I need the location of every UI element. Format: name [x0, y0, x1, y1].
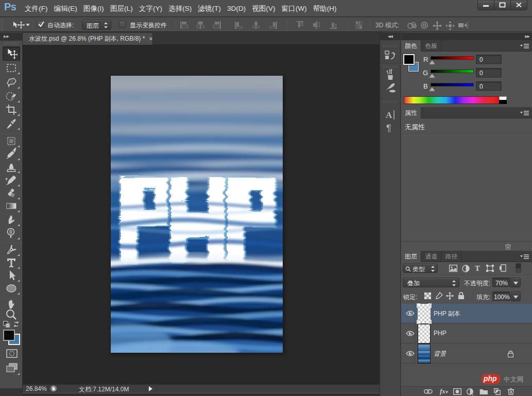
svg-text:A: A	[386, 110, 392, 120]
svg-text:T: T	[475, 264, 480, 272]
svg-text:¶: ¶	[386, 123, 391, 133]
